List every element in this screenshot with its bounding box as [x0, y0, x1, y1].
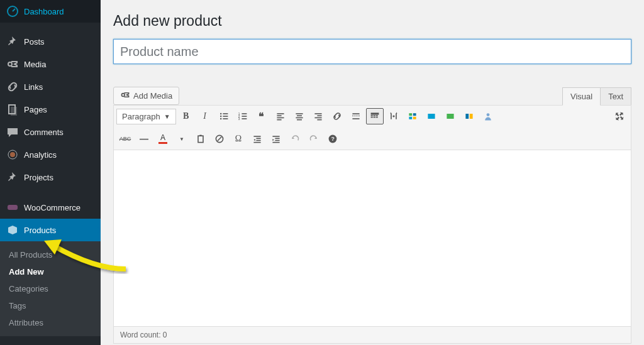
sidebar-item-label: Projects	[24, 173, 53, 182]
person-button[interactable]	[479, 108, 497, 124]
media-icon	[6, 58, 19, 70]
submenu-add-new[interactable]: Add New	[0, 263, 101, 280]
pages-icon	[6, 103, 19, 116]
help-button[interactable]: ?	[324, 131, 341, 147]
sidebar-item-projects[interactable]: Projects	[0, 166, 101, 189]
pin-icon	[6, 35, 19, 48]
svg-rect-15	[242, 113, 247, 114]
svg-rect-20	[277, 113, 284, 114]
comment-icon	[6, 126, 19, 138]
outdent-button[interactable]	[248, 131, 266, 147]
svg-rect-47	[447, 114, 453, 119]
svg-rect-54	[253, 136, 260, 137]
strikethrough-button[interactable]: ABC	[116, 131, 134, 147]
format-select-label: Paragraph	[122, 112, 160, 121]
widget4-button[interactable]	[460, 108, 478, 124]
clear-format-button[interactable]	[211, 131, 228, 147]
content-body[interactable]	[114, 150, 631, 326]
svg-rect-35	[370, 112, 379, 114]
submenu-all-products[interactable]: All Products	[0, 246, 101, 263]
svg-point-1	[8, 62, 12, 66]
product-name-input[interactable]	[113, 39, 631, 64]
svg-rect-28	[314, 113, 321, 114]
sidebar-item-analytics[interactable]: Analytics	[0, 143, 101, 166]
sidebar-item-label: Links	[24, 82, 43, 92]
sidebar-item-dashboard[interactable]: Dashboard	[0, 0, 101, 23]
svg-rect-25	[297, 115, 302, 116]
indent-button[interactable]	[267, 131, 285, 147]
sidebar-item-comments[interactable]: Comments	[0, 121, 101, 143]
svg-rect-24	[296, 113, 303, 114]
tab-visual[interactable]: Visual	[562, 87, 601, 106]
svg-rect-3	[11, 107, 17, 116]
bold-button[interactable]: B	[177, 108, 195, 124]
svg-rect-31	[317, 119, 321, 121]
sidebar-item-links[interactable]: Links	[0, 75, 101, 98]
svg-rect-33	[352, 115, 359, 116]
clipboard-button[interactable]	[192, 131, 209, 147]
main-content: Add new product Add Media Visual Text Pa…	[101, 0, 644, 345]
svg-rect-43	[413, 113, 416, 116]
widget2-button[interactable]	[423, 108, 440, 124]
columns-button[interactable]	[385, 108, 402, 124]
align-center-button[interactable]	[291, 108, 308, 124]
sidebar-item-pages[interactable]: Pages	[0, 98, 101, 121]
svg-rect-17	[242, 116, 247, 117]
redo-button[interactable]	[305, 131, 323, 147]
sidebar-item-label: Media	[24, 60, 46, 69]
format-select[interactable]: Paragraph ▼	[116, 109, 176, 124]
editor-tabs: Visual Text	[562, 87, 631, 105]
special-char-button[interactable]: Ω	[230, 131, 247, 147]
insert-link-button[interactable]	[328, 108, 346, 124]
undo-button[interactable]	[286, 131, 304, 147]
widget1-button[interactable]	[404, 108, 421, 124]
sidebar-item-products[interactable]: Products	[0, 219, 101, 241]
align-right-button[interactable]	[309, 108, 327, 124]
sidebar-item-media[interactable]: Media	[0, 53, 101, 75]
svg-rect-39	[370, 117, 372, 118]
svg-rect-30	[314, 118, 321, 119]
svg-rect-13	[223, 118, 228, 119]
sidebar-item-posts[interactable]: Posts	[0, 30, 101, 53]
sidebar-item-label: Posts	[24, 37, 45, 47]
bullet-list-button[interactable]	[215, 108, 233, 124]
submenu-categories[interactable]: Categories	[0, 280, 101, 297]
sidebar-item-label: WooCommerce	[24, 203, 80, 212]
widget3-button[interactable]	[441, 108, 459, 124]
svg-rect-23	[277, 119, 281, 121]
svg-rect-42	[409, 113, 412, 116]
blockquote-button[interactable]: ❝	[253, 108, 270, 124]
content-editor: Paragraph ▼ B I 123 ❝	[113, 105, 631, 344]
add-media-button[interactable]: Add Media	[113, 87, 179, 105]
editor-toolbar: Paragraph ▼ B I 123 ❝	[114, 106, 631, 150]
italic-button[interactable]: I	[196, 108, 214, 124]
toolbar-toggle-button[interactable]	[366, 108, 384, 124]
svg-point-7	[121, 94, 125, 97]
text-color-picker[interactable]: ▼	[173, 131, 191, 147]
svg-rect-26	[296, 118, 303, 119]
svg-rect-61	[272, 142, 279, 143]
sidebar-item-woocommerce[interactable]: WooCommerce	[0, 196, 101, 219]
numbered-list-button[interactable]: 123	[234, 108, 252, 124]
media-icon	[120, 90, 130, 102]
analytics-icon	[6, 148, 19, 161]
text-color-button[interactable]: A	[154, 131, 172, 147]
svg-rect-48	[465, 114, 469, 119]
svg-rect-19	[242, 118, 247, 119]
submenu-tags[interactable]: Tags	[0, 297, 101, 314]
tab-text[interactable]: Text	[601, 87, 631, 105]
horizontal-rule-button[interactable]: —	[135, 131, 153, 147]
align-left-button[interactable]	[272, 108, 289, 124]
products-submenu: All Products Add New Categories Tags Att…	[0, 241, 101, 336]
svg-rect-55	[256, 138, 260, 139]
svg-rect-56	[256, 140, 260, 141]
svg-rect-52	[199, 135, 201, 136]
svg-rect-46	[428, 114, 435, 119]
submenu-attributes[interactable]: Attributes	[0, 314, 101, 331]
svg-rect-9	[223, 113, 228, 114]
svg-rect-21	[277, 115, 281, 116]
fullscreen-button[interactable]	[611, 108, 628, 124]
svg-rect-45	[413, 117, 416, 119]
insert-more-button[interactable]	[347, 108, 365, 124]
pin-icon	[6, 171, 19, 183]
